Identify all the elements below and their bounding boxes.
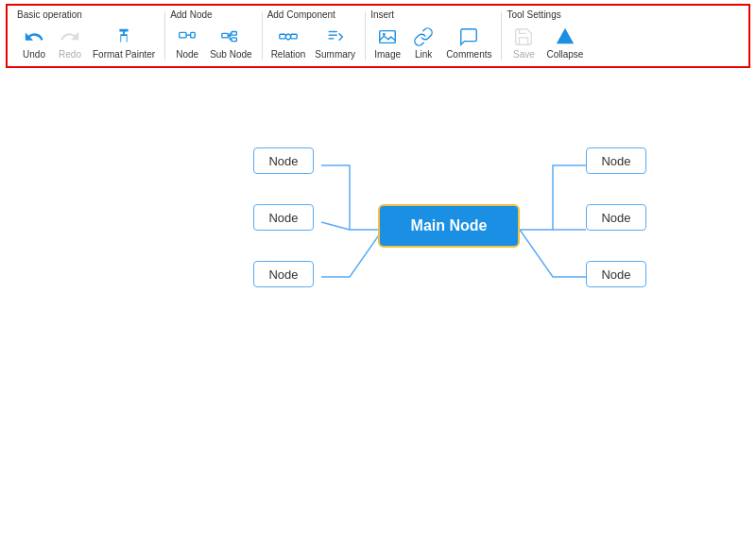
redo-label: Redo (59, 49, 81, 60)
left-node-1[interactable]: Node (253, 147, 314, 174)
toolbar-group-tool-settings: Tool SettingsSaveCollapse (501, 8, 593, 64)
summary-label: Summary (315, 49, 355, 60)
collapse-icon (554, 26, 576, 48)
left-node-3[interactable]: Node (253, 261, 314, 287)
undo-icon (23, 26, 45, 48)
svg-rect-15 (380, 30, 396, 43)
toolbar-group-add-node: Add NodeNodeSub Node (164, 8, 261, 64)
node-icon (176, 26, 198, 48)
svg-marker-17 (557, 27, 574, 43)
format-painter-button[interactable]: Format Painter (89, 24, 159, 61)
svg-rect-3 (222, 33, 228, 38)
toolbar-group-label: Add Node (170, 9, 255, 20)
toolbar-group-add-component: Add ComponentRelationSummary (262, 8, 366, 64)
right-node-3[interactable]: Node (586, 261, 646, 287)
comments-button[interactable]: Comments (442, 24, 495, 61)
svg-rect-6 (232, 37, 237, 41)
comments-icon (457, 26, 480, 48)
canvas: Node Node Node Main Node Node Node Node (0, 74, 756, 552)
undo-label: Undo (23, 49, 45, 60)
undo-button[interactable]: Undo (17, 24, 51, 61)
relation-icon (277, 26, 300, 48)
sub-node-label: Sub Node (210, 49, 251, 60)
left-node-2[interactable]: Node (253, 204, 314, 231)
relation-button[interactable]: Relation (267, 24, 310, 61)
comments-label: Comments (446, 49, 491, 60)
svg-rect-10 (280, 34, 285, 39)
toolbar-group-label: Basic operation (17, 9, 159, 20)
collapse-label: Collapse (546, 49, 583, 60)
mindmap-svg (0, 74, 756, 552)
relation-label: Relation (271, 49, 306, 60)
sub-node-button[interactable]: Sub Node (206, 24, 255, 61)
link-label: Link (415, 49, 432, 60)
svg-rect-5 (232, 31, 237, 35)
link-button[interactable]: Link (406, 24, 440, 61)
summary-button[interactable]: Summary (311, 24, 359, 61)
toolbar-group-label: Insert (370, 9, 495, 20)
sub-node-icon (219, 26, 242, 48)
format-painter-label: Format Painter (93, 49, 155, 60)
save-label: Save (513, 49, 535, 60)
toolbar: Basic operationUndoRedoFormat PainterAdd… (6, 4, 750, 68)
svg-rect-0 (180, 32, 186, 38)
svg-rect-2 (191, 32, 196, 38)
link-icon (412, 26, 435, 48)
node-label: Node (176, 49, 198, 60)
redo-icon (59, 26, 81, 48)
format-painter-icon (112, 26, 135, 48)
image-label: Image (374, 49, 401, 60)
svg-rect-11 (291, 34, 297, 39)
redo-button[interactable]: Redo (53, 24, 87, 61)
save-icon (512, 26, 535, 48)
toolbar-group-label: Tool Settings (507, 9, 587, 20)
toolbar-group-insert: InsertImageLinkComments (365, 8, 501, 64)
summary-icon (324, 26, 347, 48)
right-node-2[interactable]: Node (586, 204, 646, 231)
collapse-button[interactable]: Collapse (542, 24, 587, 61)
toolbar-group-basic-operation: Basic operationUndoRedoFormat Painter (11, 8, 164, 64)
main-node[interactable]: Main Node (378, 204, 520, 248)
save-button[interactable]: Save (507, 24, 541, 61)
node-button[interactable]: Node (170, 24, 204, 61)
image-icon (376, 26, 399, 48)
right-node-1[interactable]: Node (586, 147, 646, 174)
toolbar-group-label: Add Component (267, 9, 360, 20)
image-button[interactable]: Image (370, 24, 404, 61)
